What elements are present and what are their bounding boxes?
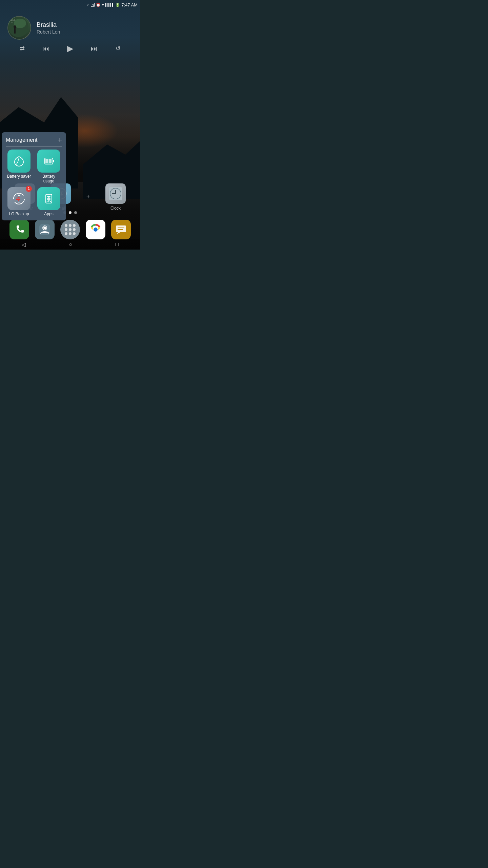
dock-chrome[interactable] (86, 220, 105, 239)
lg-backup-badge: 1 (26, 186, 32, 192)
lg-backup-icon (12, 192, 26, 206)
next-button[interactable]: ⏭ (91, 45, 98, 53)
music-artist: Robert Len (37, 29, 60, 35)
svg-rect-30 (116, 225, 126, 232)
shuffle-button[interactable]: ⇄ (20, 45, 25, 52)
nav-bar: ◁ ○ □ (0, 239, 140, 250)
messages-icon (115, 224, 127, 235)
battery-saver-icon-wrap (7, 150, 30, 173)
svg-rect-2 (14, 27, 16, 34)
battery-usage-item[interactable]: Batteryusage (36, 150, 62, 184)
home-button[interactable]: ○ (62, 240, 79, 249)
clock-label: Clock (110, 206, 121, 211)
dock-contacts[interactable] (35, 220, 55, 239)
wifi-icon: ▾ (102, 3, 104, 7)
dock-messages[interactable] (111, 220, 131, 239)
lg-backup-item[interactable]: 1 LG Backup (6, 187, 32, 216)
dock-phone[interactable] (9, 220, 29, 239)
svg-point-26 (43, 226, 46, 229)
bluetooth-icon: ⑁ (87, 3, 89, 7)
svg-point-15 (50, 201, 51, 202)
clock-icon (105, 183, 126, 204)
dock-apps-drawer[interactable] (60, 220, 80, 239)
svg-point-14 (48, 201, 49, 202)
svg-text:Len: Len (11, 21, 13, 23)
back-button[interactable]: ◁ (15, 240, 33, 249)
dot-1 (65, 224, 67, 227)
apps-drawer-dots (62, 221, 78, 238)
svg-point-3 (14, 25, 16, 28)
music-controls: ⇄ ⏮ ▶ ⏭ ↺ (7, 44, 133, 53)
repeat-button[interactable]: ↺ (116, 45, 121, 52)
nfc-icon: N (91, 3, 95, 7)
add-app-button[interactable]: + (58, 136, 62, 144)
management-folder: Management + Battery saver (2, 132, 66, 220)
contacts-icon (39, 223, 51, 236)
more-apps-plus: + (86, 194, 90, 201)
dot-6 (73, 228, 76, 231)
prev-button[interactable]: ⏮ (43, 45, 49, 53)
music-widget: AGILE Len Brasilia Robert Len ⇄ ⏮ ▶ ⏭ ↺ (3, 12, 137, 57)
page-dot-2 (69, 211, 72, 214)
management-app-grid: Battery saver Batteryusage (6, 150, 62, 216)
apps-label: Apps (44, 212, 53, 216)
svg-point-13 (47, 201, 48, 202)
more-apps-item[interactable]: + (86, 194, 90, 201)
apps-icon (42, 192, 55, 205)
music-title: Brasilia (37, 21, 60, 28)
battery-usage-icon-wrap (37, 150, 60, 173)
battery-usage-label: Batteryusage (42, 174, 55, 184)
battery-saver-item[interactable]: Battery saver (6, 150, 32, 184)
lg-backup-icon-wrap: 1 (7, 187, 30, 210)
management-title: Management (6, 137, 37, 143)
status-icons: ⑁ N ⏰ ▾ ▌▌▌▌ 🔋 (87, 3, 120, 7)
dock (0, 220, 140, 239)
dot-4 (65, 228, 67, 231)
apps-icon-wrap (37, 187, 60, 210)
album-art: AGILE Len (7, 16, 31, 40)
chrome-icon (89, 223, 102, 236)
page-dot-3 (74, 211, 77, 214)
play-button[interactable]: ▶ (67, 44, 73, 53)
music-info-row: AGILE Len Brasilia Robert Len (7, 16, 133, 40)
battery-saver-icon (13, 155, 25, 167)
battery-icon: 🔋 (115, 3, 120, 7)
dot-3 (73, 224, 76, 227)
lg-backup-label: LG Backup (9, 212, 29, 216)
svg-point-22 (115, 193, 116, 194)
dot-8 (69, 232, 72, 235)
svg-point-29 (94, 228, 98, 232)
clock-svg (108, 186, 123, 201)
status-bar: ⑁ N ⏰ ▾ ▌▌▌▌ 🔋 7:47 AM (0, 0, 140, 9)
apps-item[interactable]: Apps (36, 187, 62, 216)
battery-saver-label: Battery saver (7, 174, 31, 179)
clock-item[interactable]: Clock (105, 183, 126, 211)
svg-point-12 (47, 197, 50, 201)
alarm-icon: ⏰ (96, 3, 101, 7)
music-info: Brasilia Robert Len (37, 21, 60, 35)
battery-usage-icon (42, 155, 55, 167)
recents-button[interactable]: □ (109, 240, 126, 249)
dot-5 (69, 228, 72, 231)
status-time: 7:47 AM (121, 2, 138, 7)
management-header: Management + (6, 136, 62, 147)
svg-rect-7 (53, 160, 54, 162)
phone-icon (14, 224, 25, 235)
dot-7 (65, 232, 67, 235)
dot-2 (69, 224, 72, 227)
signal-icon: ▌▌▌▌ (105, 3, 114, 6)
svg-text:AGILE: AGILE (10, 19, 15, 21)
dot-9 (73, 232, 76, 235)
